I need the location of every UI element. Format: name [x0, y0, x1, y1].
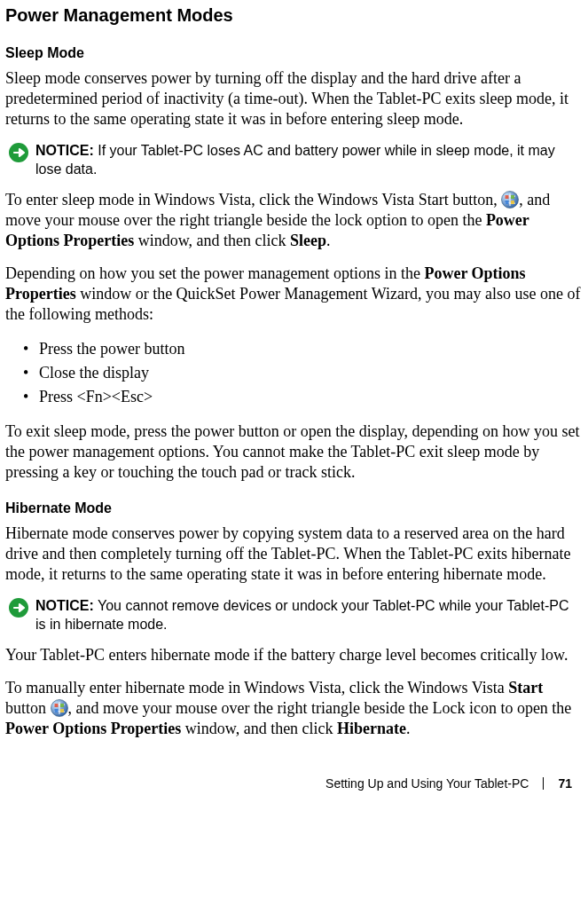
sleep-mode-heading: Sleep Mode [5, 45, 583, 61]
windows-start-orb-icon [51, 699, 68, 717]
notice-arrow-icon [9, 598, 28, 618]
footer-separator [543, 777, 544, 790]
notice-arrow-icon [9, 143, 28, 162]
notice-body: If your Tablet-PC loses AC and battery p… [35, 143, 555, 177]
notice-block: NOTICE: You cannot remove devices or und… [5, 597, 583, 634]
svg-rect-11 [60, 709, 64, 712]
sleep-methods-list: Press the power button Close the display… [5, 337, 583, 409]
list-item: Press the power button [39, 337, 583, 361]
sleep-intro-text: Sleep mode conserves power by turning of… [5, 68, 583, 130]
hibernate-manual-text: To manually enter hibernate mode in Wind… [5, 678, 583, 739]
page-footer: Setting Up and Using Your Tablet-PC 71 [5, 776, 583, 791]
notice-label: NOTICE: [35, 598, 94, 613]
notice-text: NOTICE: If your Tablet-PC loses AC and b… [35, 142, 583, 179]
svg-rect-9 [60, 704, 64, 707]
windows-start-orb-icon [501, 191, 519, 209]
hibernate-intro-text: Hibernate mode conserves power by copyin… [5, 523, 583, 585]
notice-label: NOTICE: [35, 143, 94, 158]
svg-rect-8 [54, 704, 58, 707]
notice-text: NOTICE: You cannot remove devices or und… [35, 597, 583, 634]
svg-rect-3 [511, 195, 514, 199]
page-number: 71 [558, 776, 572, 791]
sleep-options-text: Depending on how you set the power manag… [5, 264, 583, 325]
hibernate-low-battery-text: Your Tablet-PC enters hibernate mode if … [5, 645, 583, 665]
sleep-exit-text: To exit sleep mode, press the power butt… [5, 421, 583, 483]
page-title: Power Management Modes [5, 5, 583, 26]
svg-rect-10 [54, 709, 58, 712]
svg-rect-5 [511, 201, 514, 204]
notice-body: You cannot remove devices or undock your… [35, 598, 568, 632]
list-item: Press <Fn><Esc> [39, 385, 583, 409]
list-item: Close the display [39, 361, 583, 385]
hibernate-mode-heading: Hibernate Mode [5, 500, 583, 516]
sleep-enter-text: To enter sleep mode in Windows Vista, cl… [5, 190, 583, 251]
notice-block: NOTICE: If your Tablet-PC loses AC and b… [5, 142, 583, 179]
svg-rect-4 [506, 201, 509, 204]
footer-section-label: Setting Up and Using Your Tablet-PC [325, 776, 529, 791]
svg-rect-2 [506, 195, 509, 199]
manual-page: Power Management Modes Sleep Mode Sleep … [0, 0, 588, 808]
